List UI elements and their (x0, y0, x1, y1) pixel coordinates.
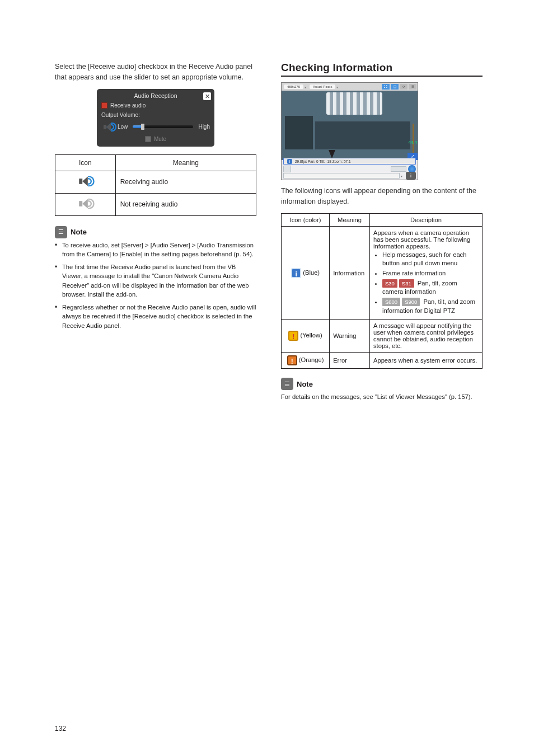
table-row: ! (Orange) Error Appears when a system e… (282, 353, 483, 369)
meaning-cell: Information (330, 226, 370, 320)
section-heading: Checking Information (281, 62, 483, 77)
model-tag: S30 (382, 279, 397, 288)
output-volume-label: Output Volume: (101, 112, 140, 118)
viewer-screenshot: 480x270 ▾ Actual Pixels ▾ ⛶ ❑ ⟳ ☰ 44.4 ⤢ (281, 82, 418, 180)
model-tag: S900 (402, 298, 420, 306)
page-number: 132 (55, 725, 66, 732)
model-tag: S800 (382, 298, 400, 306)
volume-slider[interactable] (133, 125, 193, 128)
snapshot-button[interactable]: ❑ (391, 84, 399, 90)
speaker-icon (102, 121, 115, 133)
list-item: To receive audio, set [Server] > [Audio … (55, 241, 256, 259)
reconnect-button[interactable]: ⟳ (400, 84, 407, 90)
info-icon[interactable]: i (406, 172, 416, 180)
icon-color-label: (Yellow) (300, 332, 322, 339)
note-icon: ☰ (281, 378, 293, 390)
list-item: S30S31 Pan, tilt, zoom camera informatio… (382, 279, 479, 297)
list-item: The first time the Receive Audio panel i… (55, 262, 256, 299)
list-item: Frame rate information (382, 269, 479, 278)
list-item: Regardless whether or not the Receive Au… (55, 303, 256, 330)
close-icon[interactable]: ✕ (203, 92, 211, 100)
message-field (283, 173, 400, 179)
toolbar-strip[interactable] (391, 166, 406, 172)
settings-button[interactable]: ☰ (409, 84, 416, 90)
note-list: To receive audio, set [Server] > [Audio … (55, 241, 256, 330)
col-meaning: Meaning (115, 154, 256, 171)
icon-color-label: (Blue) (303, 269, 320, 276)
receive-audio-label: Receive audio (110, 102, 146, 109)
speaker-active-icon (78, 175, 92, 188)
icon-meaning-table: Icon Meaning Receiving audio Not receivi… (55, 154, 256, 216)
zoom-mode-chip[interactable]: Actual Pixels (310, 84, 335, 89)
intro-text: Select the [Receive audio] checkbox in t… (55, 62, 256, 83)
note-text: For details on the messages, see "List o… (281, 392, 483, 401)
model-tag: S31 (399, 279, 414, 288)
col-meaning: Meaning (330, 213, 370, 226)
mute-checkbox[interactable] (145, 136, 151, 142)
error-orange-icon: ! (287, 355, 297, 365)
list-item: S800S900 Pan, tilt, and zoom information… (382, 298, 479, 315)
description-cell: Appears when a system error occurs. (369, 353, 482, 369)
table-row (55, 171, 116, 193)
meaning-cell: Not receiving audio (115, 193, 256, 215)
note-heading: Note (71, 228, 87, 236)
table-row: i (Blue) Information Appears when a came… (282, 226, 483, 320)
col-description: Description (369, 213, 482, 226)
description-cell: Appears when a camera operation has been… (369, 226, 482, 320)
list-item: Help messages, such for each button and … (382, 251, 479, 268)
fade-value: 44.4 (408, 140, 417, 145)
speaker-inactive-icon (78, 197, 92, 210)
description-cell: A message will appear notifying the user… (369, 320, 482, 353)
receive-audio-checkbox[interactable] (101, 102, 107, 109)
low-label: Low (118, 124, 128, 130)
note-heading: Note (297, 380, 313, 388)
audio-reception-panel: Audio Reception ✕ Receive audio Output V… (97, 89, 214, 147)
info-table: Icon (color) Meaning Description i (Blue… (281, 213, 483, 369)
panel-title: Audio Reception (101, 92, 210, 99)
table-row (55, 193, 116, 215)
warning-yellow-icon: ! (288, 331, 298, 341)
meaning-cell: Receiving audio (115, 171, 256, 193)
status-bar: i 29.8fps Pan: 0 Tilt: -18 Zoom: 57.1 (283, 158, 416, 165)
mute-label: Mute (154, 136, 166, 142)
pointer-arrow-icon (329, 150, 335, 158)
info-blue-icon: i (291, 268, 301, 278)
col-iconcolor: Icon (color) (282, 213, 330, 226)
meaning-cell: Warning (330, 320, 370, 353)
table-row: ! (Yellow) Warning A message will appear… (282, 320, 483, 353)
icon-color-label: (Orange) (299, 356, 324, 363)
right-intro: The following icons will appear dependin… (281, 186, 483, 208)
col-icon: Icon (55, 154, 116, 171)
note-icon: ☰ (55, 226, 67, 238)
fullscreen-button[interactable]: ⛶ (382, 84, 390, 90)
resolution-chip[interactable]: 480x270 (284, 84, 303, 89)
high-label: High (198, 124, 210, 130)
meaning-cell: Error (330, 353, 370, 369)
